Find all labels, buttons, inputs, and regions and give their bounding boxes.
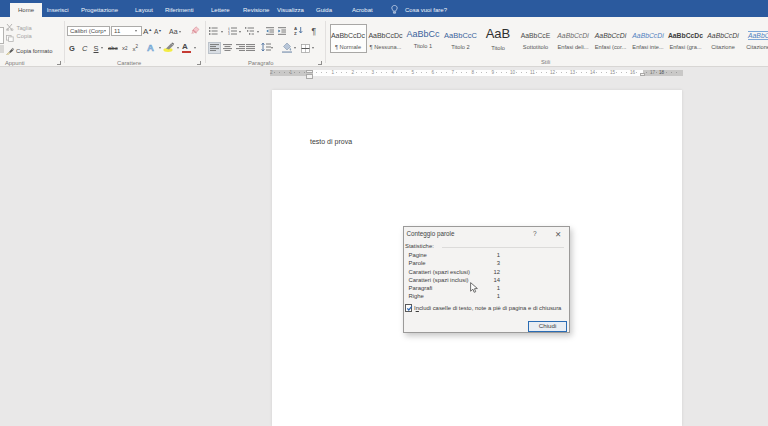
- svg-text:3: 3: [228, 32, 230, 35]
- svg-text:Z: Z: [294, 31, 297, 35]
